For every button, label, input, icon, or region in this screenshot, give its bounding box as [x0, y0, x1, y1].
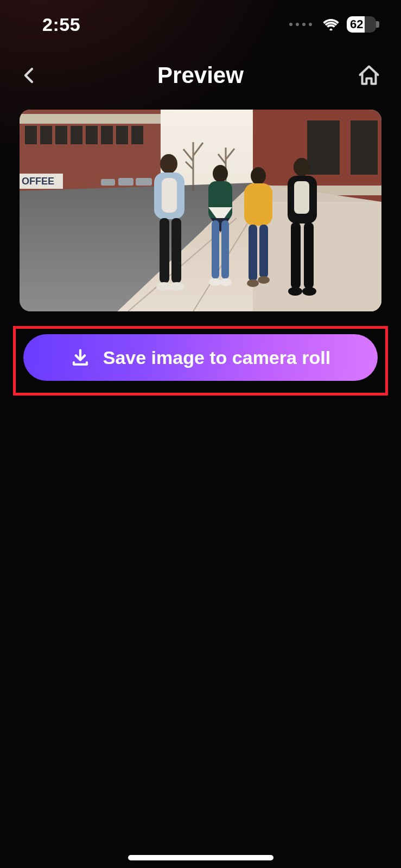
svg-point-47 — [258, 276, 270, 284]
svg-rect-17 — [351, 120, 378, 175]
svg-rect-52 — [304, 222, 314, 289]
home-indicator[interactable] — [128, 855, 273, 860]
svg-rect-2 — [20, 114, 161, 124]
svg-rect-21 — [253, 202, 381, 311]
svg-point-34 — [213, 165, 228, 182]
svg-rect-9 — [116, 126, 128, 144]
svg-rect-8 — [101, 126, 113, 144]
svg-rect-43 — [244, 183, 272, 226]
annotation-highlight: Save image to camera roll — [13, 326, 388, 395]
svg-rect-7 — [86, 126, 98, 144]
back-button[interactable] — [16, 62, 42, 88]
svg-point-48 — [294, 158, 310, 176]
svg-rect-24 — [101, 179, 115, 186]
svg-rect-5 — [55, 126, 67, 144]
svg-point-33 — [169, 282, 184, 291]
svg-rect-31 — [171, 218, 181, 283]
preview-container: OFFEE — [20, 110, 381, 311]
svg-rect-16 — [307, 120, 340, 175]
svg-rect-44 — [249, 225, 257, 281]
chevron-left-icon — [20, 66, 39, 85]
svg-rect-4 — [40, 126, 52, 144]
status-time: 2:55 — [42, 14, 80, 35]
pagination-dots-icon — [289, 23, 312, 26]
preview-image[interactable]: OFFEE — [20, 110, 381, 311]
home-icon — [357, 63, 381, 87]
status-right: 62 — [289, 16, 379, 33]
svg-rect-3 — [25, 126, 37, 144]
svg-rect-45 — [259, 225, 268, 278]
svg-point-54 — [302, 287, 316, 296]
svg-point-42 — [251, 167, 266, 184]
svg-point-40 — [209, 278, 221, 286]
svg-rect-51 — [291, 222, 301, 289]
svg-point-53 — [288, 287, 302, 296]
svg-rect-25 — [118, 178, 133, 186]
svg-rect-26 — [136, 178, 152, 186]
svg-point-32 — [156, 282, 171, 291]
svg-rect-30 — [160, 218, 169, 283]
svg-rect-10 — [131, 126, 143, 144]
home-button[interactable] — [353, 60, 385, 91]
page-title: Preview — [157, 62, 244, 88]
svg-rect-38 — [212, 220, 219, 279]
status-bar: 2:55 62 — [0, 0, 401, 49]
wifi-icon — [322, 18, 340, 31]
photo-illustration: OFFEE — [20, 110, 381, 311]
svg-point-46 — [247, 279, 259, 287]
svg-rect-39 — [221, 220, 229, 279]
svg-point-27 — [160, 154, 177, 174]
svg-point-41 — [220, 278, 232, 286]
svg-rect-50 — [294, 181, 309, 214]
header: Preview — [0, 56, 401, 94]
svg-rect-29 — [162, 178, 177, 213]
save-button-label: Save image to camera roll — [103, 347, 331, 368]
svg-rect-6 — [71, 126, 82, 144]
save-button[interactable]: Save image to camera roll — [23, 334, 378, 381]
svg-text:OFFEE: OFFEE — [22, 176, 54, 187]
battery-icon: 62 — [347, 16, 379, 33]
download-icon — [71, 348, 90, 367]
